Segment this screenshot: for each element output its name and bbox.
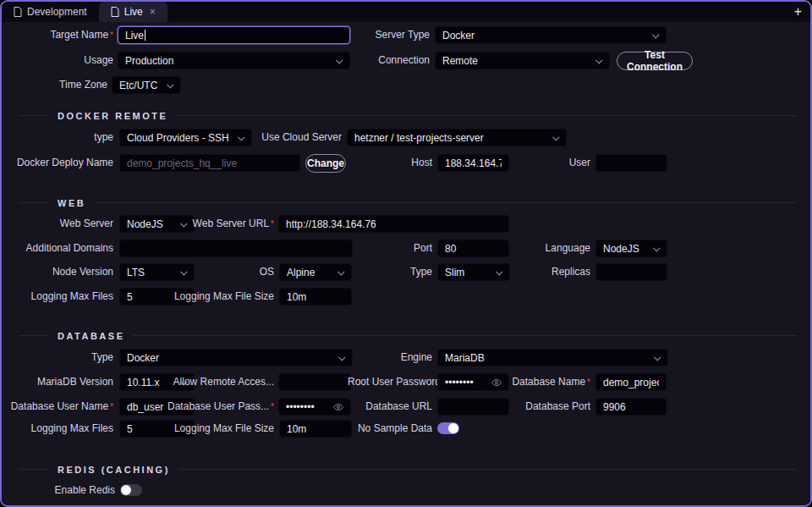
web-logging-max-file-size-label: Logging Max File Size <box>147 288 274 306</box>
connection-select[interactable]: Remote <box>435 52 610 69</box>
server-type-select[interactable]: Docker <box>435 26 667 44</box>
web-type-select[interactable]: Slim <box>437 263 510 281</box>
chevron-down-icon <box>654 354 661 361</box>
chevron-down-icon <box>653 245 660 251</box>
allow-remote-access-input[interactable] <box>278 373 351 391</box>
file-icon <box>14 7 22 17</box>
db-logging-max-file-size-label: Logging Max File Size <box>147 420 274 438</box>
host-label: Host <box>348 154 432 172</box>
web-logging-max-file-size-input[interactable] <box>279 288 352 306</box>
host-input[interactable] <box>437 154 509 172</box>
node-version-label: Node Version <box>2 263 113 281</box>
tab-bar: Development Live × + <box>2 2 810 22</box>
chevron-down-icon <box>496 268 502 275</box>
tab-label: Development <box>27 6 87 18</box>
web-server-url-label: Web Server URL <box>147 215 274 233</box>
user-label: User <box>506 154 590 172</box>
remote-type-label: type <box>2 129 113 146</box>
docker-deploy-name-label: Docker Deploy Name <box>2 154 113 172</box>
text-caret <box>145 30 145 41</box>
usage-label: Usage <box>2 52 113 69</box>
use-cloud-server-label: Use Cloud Server <box>215 129 342 146</box>
connection-label: Connection <box>303 52 430 69</box>
form-panel: Target Name Live Server Type Docker Usag… <box>2 22 810 504</box>
section-database: DATABASE <box>19 330 797 341</box>
database-url-label: Database URL <box>348 398 432 416</box>
database-user-name-label: Database User Name <box>2 398 113 416</box>
database-user-password-input[interactable]: •••••••• <box>278 398 351 416</box>
replicas-input[interactable] <box>595 263 667 281</box>
app-window: Development Live × + Target Name Live Se… <box>0 0 812 507</box>
root-user-password-label: Root User Password <box>348 373 432 391</box>
time-zone-label: Time Zone <box>2 76 107 94</box>
no-sample-data-toggle[interactable] <box>437 422 459 434</box>
chevron-down-icon <box>337 268 344 275</box>
database-port-input[interactable] <box>595 398 667 416</box>
use-cloud-server-select[interactable]: hetzner / test-projects-server <box>347 129 567 146</box>
close-tab-icon[interactable]: × <box>150 6 156 18</box>
port-input[interactable] <box>437 240 509 257</box>
mariadb-version-label: MariaDB Version <box>2 373 113 391</box>
web-server-url-input[interactable] <box>278 215 509 233</box>
chevron-down-icon <box>552 134 559 141</box>
time-zone-select[interactable]: Etc/UTC <box>112 76 181 94</box>
additional-domains-input[interactable] <box>119 240 353 257</box>
root-user-password-input[interactable]: •••••••• <box>437 373 509 391</box>
file-icon <box>111 7 119 17</box>
enable-redis-label: Enable Redis <box>2 482 115 499</box>
section-redis: REDIS (CACHING) <box>19 464 797 475</box>
eye-icon[interactable] <box>333 402 343 412</box>
toggle-knob <box>121 485 131 495</box>
engine-label: Engine <box>348 349 432 366</box>
tab-live[interactable]: Live × <box>99 2 167 22</box>
engine-select[interactable]: MariaDB <box>437 349 668 366</box>
additional-domains-label: Additional Domains <box>2 240 113 257</box>
target-name-label: Target Name <box>2 26 113 44</box>
chevron-down-icon <box>595 57 602 63</box>
section-web: WEB <box>19 197 797 208</box>
change-button[interactable]: Change <box>305 154 346 173</box>
database-port-label: Database Port <box>506 398 590 416</box>
web-type-label: Type <box>348 263 432 281</box>
chevron-down-icon <box>167 81 173 88</box>
replicas-label: Replicas <box>506 263 590 281</box>
db-type-label: Type <box>2 349 113 366</box>
server-type-label: Server Type <box>303 26 430 44</box>
database-url-input[interactable] <box>437 398 509 416</box>
language-select[interactable]: NodeJS <box>595 240 667 257</box>
docker-deploy-name-input[interactable]: demo_projects_hq__live <box>119 154 300 172</box>
user-input[interactable] <box>595 154 667 172</box>
os-label: OS <box>147 263 274 281</box>
db-logging-max-files-label: Logging Max Files <box>2 420 113 438</box>
allow-remote-access-label: Allow Remote Acces... <box>147 373 274 391</box>
tab-label: Live <box>124 6 143 18</box>
db-logging-max-file-size-input[interactable] <box>279 420 352 438</box>
port-label: Port <box>348 240 432 257</box>
test-connection-button[interactable]: Test Connection <box>617 52 693 70</box>
enable-redis-toggle[interactable] <box>120 484 142 496</box>
language-label: Language <box>506 240 590 257</box>
database-name-input[interactable] <box>595 373 667 391</box>
section-docker-remote: DOCKER REMOTE <box>19 110 797 121</box>
no-sample-data-label: No Sample Data <box>348 420 432 438</box>
eye-icon[interactable] <box>491 377 502 388</box>
database-name-label: Database Name <box>506 373 590 391</box>
add-tab-icon[interactable]: + <box>794 2 802 22</box>
os-select[interactable]: Alpine <box>279 263 352 281</box>
web-server-label: Web Server <box>2 215 113 233</box>
chevron-down-icon <box>652 31 659 38</box>
db-type-select[interactable]: Docker <box>119 349 353 366</box>
chevron-down-icon <box>338 354 345 361</box>
web-logging-max-files-label: Logging Max Files <box>2 288 113 306</box>
database-user-password-label: Database User Pass... <box>147 398 274 416</box>
toggle-knob <box>448 423 458 433</box>
tab-development[interactable]: Development <box>2 2 99 22</box>
